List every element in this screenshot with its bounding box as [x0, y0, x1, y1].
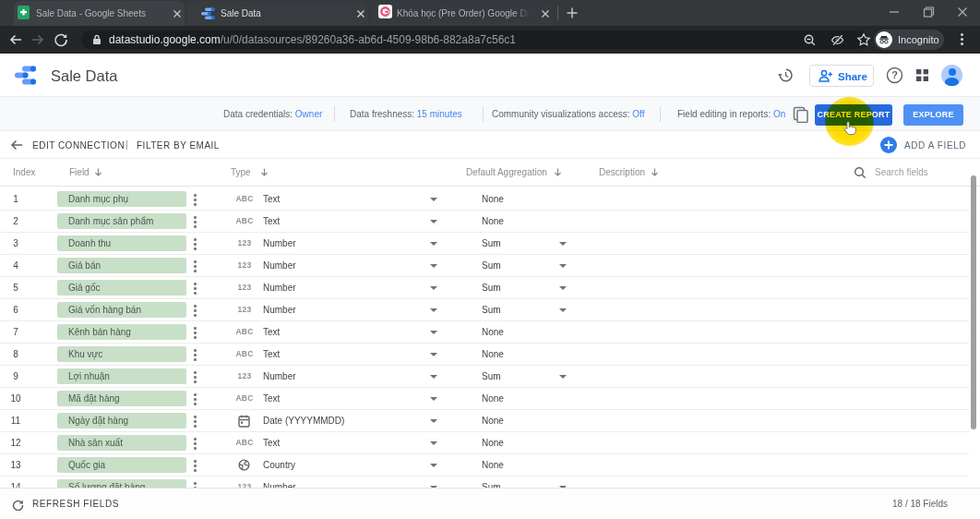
svg-text:?: ? — [891, 69, 898, 80]
